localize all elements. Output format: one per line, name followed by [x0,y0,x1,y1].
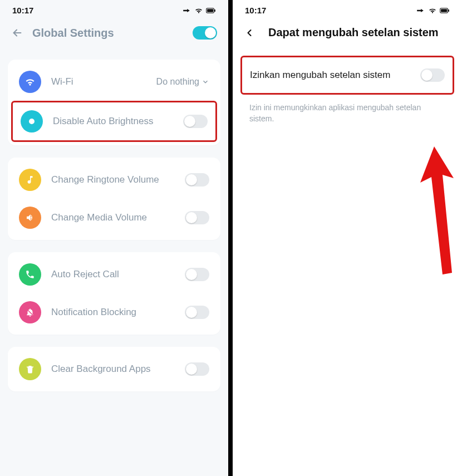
header: Dapat mengubah setelan sistem [233,18,462,55]
autoreject-toggle[interactable] [185,268,209,281]
statusbar-time: 10:17 [245,6,266,15]
row-wifi[interactable]: Wi-Fi Do nothing [8,63,220,101]
bell-off-icon [19,301,41,323]
svg-rect-7 [441,9,447,12]
chevron-down-icon [201,78,209,86]
back-button[interactable] [244,27,258,38]
speaker-icon [19,207,41,229]
row-disable-auto-brightness[interactable]: Disable Auto Brightness [11,101,217,142]
card-system: Clear Background Apps [8,347,220,391]
row-auto-reject-call[interactable]: Auto Reject Call [8,256,220,293]
card-connectivity: Wi-Fi Do nothing Disable Auto Brightness [8,60,220,145]
wifi-icon [427,7,438,14]
permission-toggle[interactable] [420,68,445,82]
airplane-icon [181,7,191,14]
brightness-icon [21,110,43,133]
row-notification-blocking[interactable]: Notification Blocking [8,293,220,331]
statusbar-icons [415,7,450,14]
svg-rect-1 [207,9,213,12]
annotation-arrow [412,144,462,277]
notifblock-label: Notification Blocking [51,307,185,318]
row-media-volume[interactable]: Change Media Volume [8,199,220,237]
statusbar-time: 10:17 [12,6,33,15]
svg-rect-2 [214,9,215,11]
right-content: Izinkan mengubah setelan sistem Izin ini… [233,55,462,476]
ringtone-toggle[interactable] [185,173,209,187]
page-title: Global Settings [32,27,193,40]
header: Global Settings [0,18,228,55]
statusbar: 10:17 [0,0,228,18]
back-button[interactable] [11,27,26,39]
card-volume: Change Ringtone Volume Change Media Volu… [8,158,220,240]
permission-label: Izinkan mengubah setelan sistem [250,70,420,81]
wifi-label: Wi-Fi [51,76,156,87]
row-ringtone-volume[interactable]: Change Ringtone Volume [8,161,220,199]
phone-icon [19,263,41,286]
media-toggle[interactable] [185,211,209,224]
arrow-left-icon [11,27,23,39]
wifi-action-text: Do nothing [156,77,199,87]
statusbar-icons [181,7,216,14]
brightness-toggle[interactable] [183,115,208,128]
page-title: Dapat mengubah setelan sistem [268,26,451,39]
statusbar: 10:17 [233,0,462,18]
svg-rect-8 [448,9,449,11]
media-label: Change Media Volume [51,212,185,223]
clearbg-label: Clear Background Apps [51,364,185,375]
brightness-label: Disable Auto Brightness [53,116,183,127]
right-phone: 10:17 Dapat mengubah setelan sistem Izin… [233,0,462,476]
permission-description: Izin ini memungkinkan aplikasi mengubah … [240,95,454,124]
left-phone: 10:17 Global Settings Wi-Fi Do nothing [0,0,228,476]
global-toggle[interactable] [193,26,217,40]
music-note-icon [19,169,41,191]
notifblock-toggle[interactable] [185,306,209,319]
battery-icon [440,7,450,14]
wifi-icon [194,7,204,14]
chevron-left-icon [244,27,255,38]
clearbg-toggle[interactable] [185,362,209,376]
wifi-action-select[interactable]: Do nothing [156,77,209,87]
trash-icon [19,358,41,380]
airplane-icon [415,7,425,14]
row-allow-modify-system[interactable]: Izinkan mengubah setelan sistem [240,56,454,95]
ringtone-label: Change Ringtone Volume [51,174,185,185]
row-clear-background-apps[interactable]: Clear Background Apps [8,350,220,388]
autoreject-label: Auto Reject Call [51,269,185,280]
battery-icon [206,7,216,14]
wifi-circle-icon [19,71,41,93]
card-calls: Auto Reject Call Notification Blocking [8,252,220,335]
